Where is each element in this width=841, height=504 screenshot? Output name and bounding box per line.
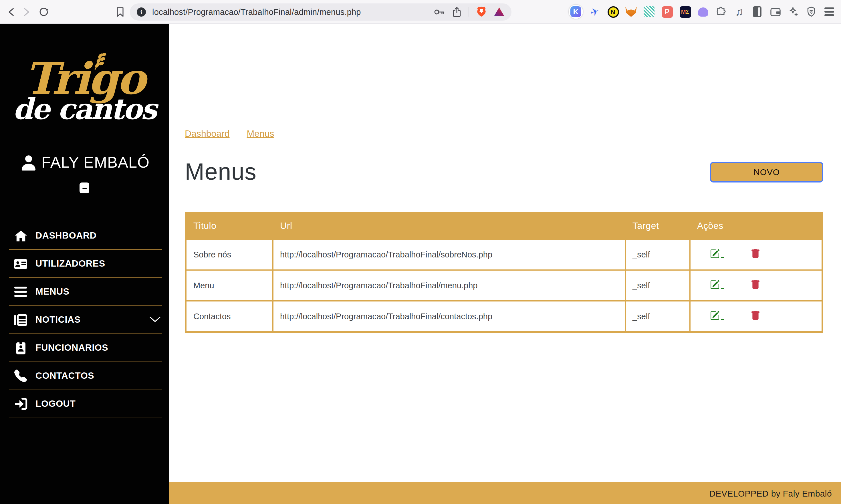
trash-icon — [750, 249, 760, 258]
phantom-ghost-icon[interactable] — [697, 6, 709, 18]
logout-icon — [14, 398, 28, 411]
radar-extension-icon[interactable]: N — [607, 6, 619, 18]
url-text: localhost/Programacao/TrabalhoFinal/admi… — [152, 7, 361, 16]
sparkle-shape — [788, 6, 799, 17]
mz-badge-extension-icon[interactable]: MΣ — [679, 6, 691, 18]
browser-toolbar: i localhost/Programacao/TrabalhoFinal/ad… — [0, 0, 841, 24]
extensions-row: K ✈ N P MΣ ♫ — [569, 4, 835, 19]
metamask-fox-icon[interactable] — [625, 6, 637, 18]
title-row: Menus NOVO — [185, 159, 823, 185]
cell-url: http://localhost/Programacao/TrabalhoFin… — [273, 239, 625, 270]
reading-sidebar-icon[interactable] — [751, 6, 763, 18]
cell-actions — [690, 301, 822, 332]
chevron-left-icon — [8, 7, 14, 16]
edit-button[interactable] — [710, 311, 724, 320]
delete-button[interactable] — [750, 280, 760, 289]
menu-bars-icon — [14, 287, 28, 297]
novo-button[interactable]: NOVO — [710, 162, 823, 182]
pattern-shape — [644, 6, 655, 17]
brave-shields-icon[interactable] — [477, 6, 486, 17]
edit-icon — [710, 311, 719, 320]
cell-url: http://localhost/Programacao/TrabalhoFin… — [273, 301, 625, 332]
delete-button[interactable] — [750, 249, 760, 258]
delete-button[interactable] — [750, 311, 760, 320]
header-url: Url — [273, 213, 625, 239]
sidebar-item-contactos[interactable]: CONTACTOS — [0, 362, 169, 390]
sidebar: Trigo de cantos FALY EMBALÓ DASHBOARD — [0, 24, 169, 504]
table-header-row: Titulo Url Target Ações — [186, 213, 822, 239]
password-key-icon[interactable] — [434, 8, 445, 16]
forward-button[interactable] — [23, 7, 30, 16]
sidebar-item-logout[interactable]: LOGOUT — [0, 391, 169, 418]
divider — [9, 418, 162, 418]
app-body: Trigo de cantos FALY EMBALÓ DASHBOARD — [0, 24, 841, 504]
main-content: Dashboard Menus Menus NOVO Titulo Url Ta… — [169, 24, 841, 504]
user-name: FALY EMBALÓ — [41, 154, 149, 172]
cell-titulo: Menu — [186, 270, 273, 301]
jet-glyph: ✈ — [589, 4, 601, 19]
cell-target: _self — [625, 239, 690, 270]
fox-shape — [625, 6, 637, 17]
puzzle-extensions-icon[interactable] — [715, 6, 727, 18]
user-info: FALY EMBALÓ — [0, 153, 169, 173]
home-icon — [14, 230, 28, 242]
browser-window: i localhost/Programacao/TrabalhoFinal/ad… — [0, 0, 841, 504]
url-bar[interactable]: i localhost/Programacao/TrabalhoFinal/ad… — [130, 3, 512, 20]
url-bar-actions — [434, 6, 505, 17]
table-row: Menu http://localhost/Programacao/Trabal… — [186, 270, 822, 301]
header-acoes: Ações — [690, 213, 822, 239]
sidebar-item-utilizadores[interactable]: UTILIZADORES — [0, 250, 169, 278]
user-icon — [19, 153, 39, 173]
bookmark-button[interactable] — [116, 6, 124, 17]
phone-icon — [14, 370, 28, 382]
sidebar-item-funcionarios[interactable]: FUNCIONARIOS — [0, 335, 169, 362]
kagi-extension-icon[interactable]: K — [569, 4, 583, 19]
jetpack-extension-icon[interactable]: ✈ — [589, 6, 601, 18]
pattern-extension-icon[interactable] — [643, 6, 655, 18]
back-button[interactable] — [8, 7, 14, 16]
site-info-icon[interactable]: i — [137, 7, 146, 16]
sidebar-item-dashboard[interactable]: DASHBOARD — [0, 222, 169, 250]
collapse-button[interactable] — [79, 183, 89, 194]
mz-badge: MΣ — [679, 6, 691, 17]
cell-target: _self — [625, 301, 690, 332]
vpn-shield-icon[interactable] — [805, 6, 817, 18]
share-icon[interactable] — [452, 6, 461, 17]
table-row: Sobre nós http://localhost/Programacao/T… — [186, 239, 822, 270]
breadcrumb-dashboard[interactable]: Dashboard — [185, 129, 230, 139]
table-row: Contactos http://localhost/Programacao/T… — [186, 301, 822, 332]
header-titulo: Titulo — [186, 213, 273, 239]
wallet-icon[interactable] — [769, 6, 781, 18]
underscore-mark — [720, 288, 724, 289]
edit-icon — [710, 249, 719, 258]
edit-button[interactable] — [710, 280, 724, 289]
sidebar-nav: DASHBOARD UTILIZADORES MENUS NOTICIAS — [0, 222, 169, 418]
page-title: Menus — [185, 159, 256, 185]
music-extension-icon[interactable]: ♫ — [733, 6, 745, 18]
underscore-mark — [720, 257, 724, 258]
chevron-right-icon — [23, 7, 30, 16]
leo-sparkle-icon[interactable] — [787, 6, 799, 18]
shield-shape — [806, 6, 817, 17]
puzzle-icon — [716, 6, 727, 17]
cell-actions — [690, 270, 822, 301]
divider — [468, 7, 469, 17]
p-badge-extension-icon[interactable]: P — [661, 6, 673, 18]
edit-button[interactable] — [710, 249, 724, 258]
brave-rewards-icon[interactable] — [494, 7, 505, 17]
logo: Trigo de cantos — [0, 59, 169, 122]
bookmark-icon — [116, 6, 124, 17]
chevron-down-icon — [149, 315, 161, 325]
header-target: Target — [625, 213, 690, 239]
cell-actions — [690, 239, 822, 270]
badge-icon — [14, 342, 28, 355]
wheat-icon — [91, 52, 106, 71]
newspaper-icon — [14, 314, 28, 326]
reload-button[interactable] — [39, 7, 49, 17]
ghost-shape — [698, 7, 708, 16]
sidebar-item-menus[interactable]: MENUS — [0, 278, 169, 306]
minus-icon — [82, 187, 87, 189]
breadcrumb-menus[interactable]: Menus — [247, 129, 274, 139]
browser-menu-button[interactable] — [823, 6, 835, 18]
sidebar-item-noticias[interactable]: NOTICIAS — [0, 306, 169, 334]
